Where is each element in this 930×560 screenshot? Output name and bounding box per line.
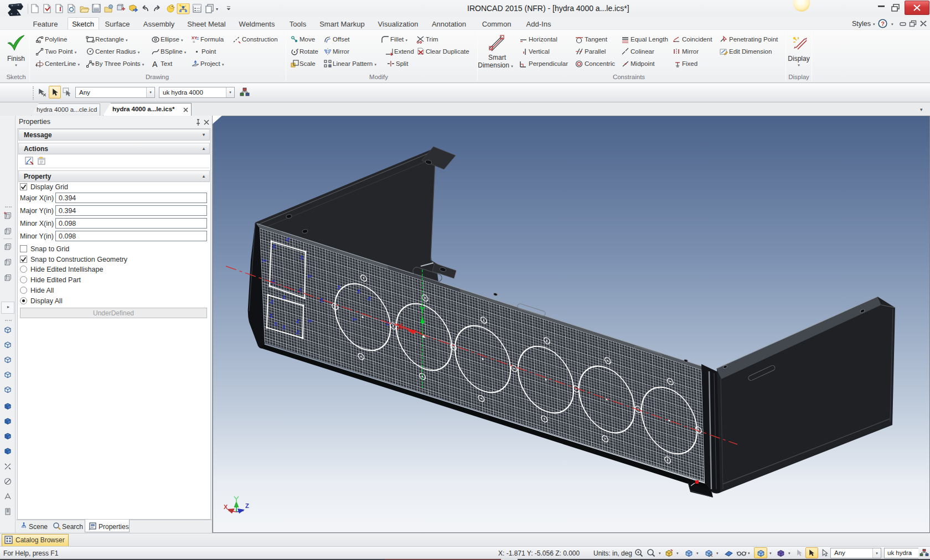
svg-text:I: I — [59, 6, 61, 12]
svg-text:A: A — [152, 60, 158, 69]
svg-text:=: = — [193, 39, 195, 44]
svg-text:▾: ▾ — [216, 7, 218, 12]
svg-text:Z: Z — [245, 502, 249, 509]
svg-text:?: ? — [881, 20, 885, 27]
svg-text:X: X — [224, 504, 228, 510]
